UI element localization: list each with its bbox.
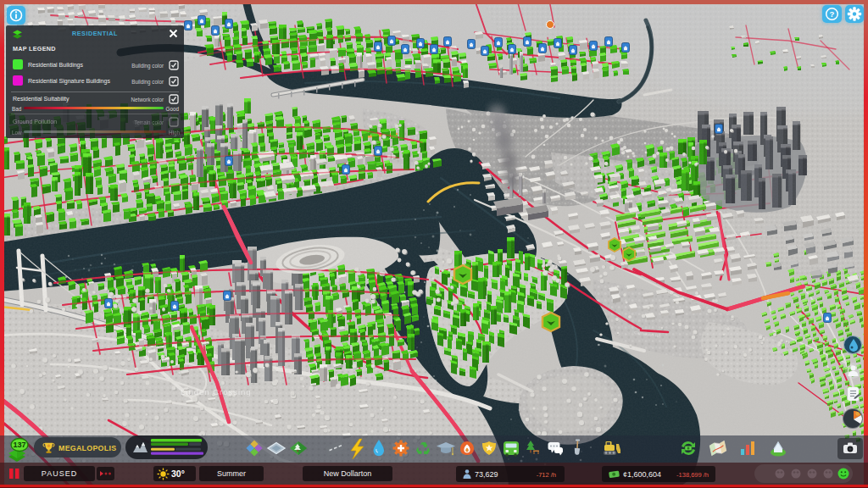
svg-text:?: ?: [830, 9, 835, 19]
svg-text:137: 137: [13, 441, 25, 449]
